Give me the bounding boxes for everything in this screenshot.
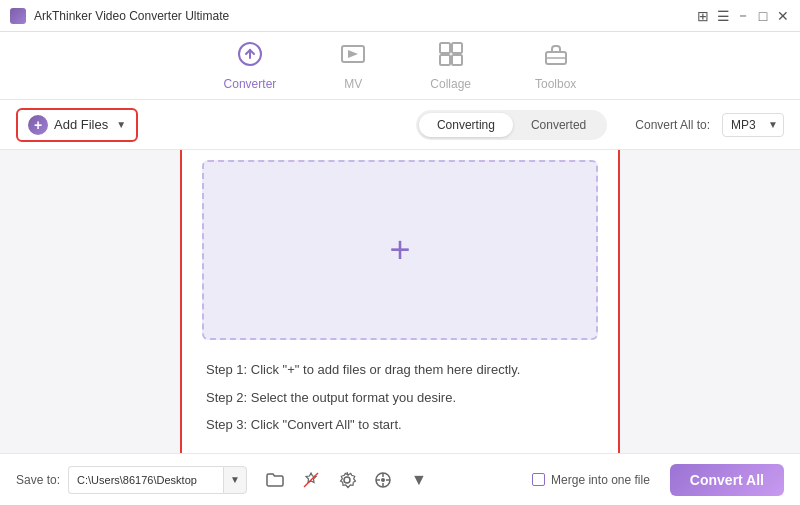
merge-checkbox[interactable] <box>532 473 545 486</box>
maximize-icon[interactable]: □ <box>756 9 770 23</box>
nav-label-toolbox: Toolbox <box>535 77 576 91</box>
tab-converting[interactable]: Converting <box>419 113 513 137</box>
app-icon <box>10 8 26 24</box>
step-2: Step 2: Select the output format you des… <box>206 388 594 408</box>
svg-rect-4 <box>440 55 450 65</box>
menu-icon[interactable]: ☰ <box>716 9 730 23</box>
merge-label[interactable]: Merge into one file <box>532 473 650 487</box>
save-to-label: Save to: <box>16 473 60 487</box>
converter-icon <box>237 41 263 73</box>
drop-zone-container: + Step 1: Click "+" to add files or drag… <box>180 150 620 453</box>
svg-rect-2 <box>440 43 450 53</box>
format-select[interactable]: MP3 MP4 AVI MKV MOV <box>722 113 784 137</box>
footer-icons: ▼ <box>261 466 433 494</box>
nav-item-toolbox[interactable]: Toolbox <box>523 35 588 97</box>
main-content: + Step 1: Click "+" to add files or drag… <box>0 150 800 453</box>
footer: Save to: ▼ <box>0 453 800 505</box>
tools-icon[interactable] <box>369 466 397 494</box>
nav-bar: Converter MV Collage <box>0 32 800 100</box>
close-icon[interactable]: ✕ <box>776 9 790 23</box>
nav-label-mv: MV <box>344 77 362 91</box>
convert-all-to-label: Convert All to: <box>635 118 710 132</box>
nav-label-collage: Collage <box>430 77 471 91</box>
save-path-input[interactable] <box>68 466 223 494</box>
mv-icon <box>340 41 366 73</box>
save-path-dropdown-arrow[interactable]: ▼ <box>223 466 247 494</box>
add-files-plus-icon: + <box>28 115 48 135</box>
nav-item-converter[interactable]: Converter <box>212 35 289 97</box>
convert-all-button[interactable]: Convert All <box>670 464 784 496</box>
settings-icon[interactable] <box>333 466 361 494</box>
window-controls: ⊞ ☰ － □ ✕ <box>696 9 790 23</box>
toolbox-icon <box>543 41 569 73</box>
nav-item-collage[interactable]: Collage <box>418 35 483 97</box>
nav-label-converter: Converter <box>224 77 277 91</box>
instructions: Step 1: Click "+" to add files or drag t… <box>202 360 598 435</box>
title-bar: ArkThinker Video Converter Ultimate ⊞ ☰ … <box>0 0 800 32</box>
step-1: Step 1: Click "+" to add files or drag t… <box>206 360 594 380</box>
step-3: Step 3: Click "Convert All" to start. <box>206 415 594 435</box>
collage-icon <box>438 41 464 73</box>
drop-zone-plus-icon: + <box>389 232 410 268</box>
grid-icon[interactable]: ⊞ <box>696 9 710 23</box>
folder-icon[interactable] <box>261 466 289 494</box>
svg-point-10 <box>381 478 385 482</box>
minimize-icon[interactable]: － <box>736 9 750 23</box>
nav-item-mv[interactable]: MV <box>328 35 378 97</box>
more-dropdown-icon[interactable]: ▼ <box>405 466 433 494</box>
tab-converted[interactable]: Converted <box>513 113 604 137</box>
toolbar: + Add Files ▼ Converting Converted Conve… <box>0 100 800 150</box>
save-path-wrapper: ▼ <box>68 466 247 494</box>
svg-rect-5 <box>452 55 462 65</box>
tab-group: Converting Converted <box>416 110 607 140</box>
drop-zone[interactable]: + <box>202 160 598 340</box>
svg-point-9 <box>344 477 350 483</box>
svg-line-8 <box>304 473 318 487</box>
add-files-dropdown-arrow: ▼ <box>116 119 126 130</box>
settings-off-icon[interactable] <box>297 466 325 494</box>
merge-label-text: Merge into one file <box>551 473 650 487</box>
add-files-button[interactable]: + Add Files ▼ <box>16 108 138 142</box>
svg-rect-3 <box>452 43 462 53</box>
add-files-label: Add Files <box>54 117 108 132</box>
format-select-wrapper: MP3 MP4 AVI MKV MOV ▼ <box>722 113 784 137</box>
app-title: ArkThinker Video Converter Ultimate <box>34 9 696 23</box>
